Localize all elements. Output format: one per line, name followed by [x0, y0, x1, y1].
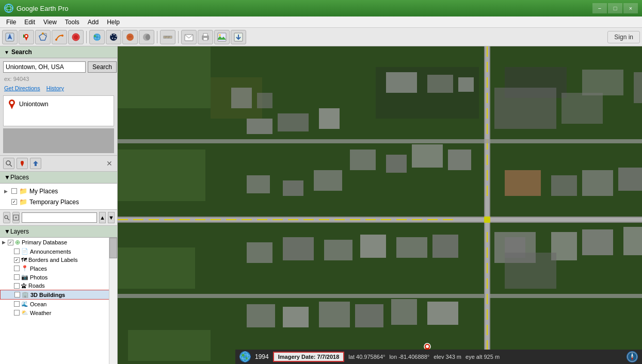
- maximize-button[interactable]: □: [608, 3, 622, 13]
- signin-button[interactable]: Sign in: [607, 31, 640, 43]
- menu-tools[interactable]: Tools: [61, 18, 84, 27]
- layers-section-header[interactable]: ▼ Layers: [0, 226, 117, 238]
- menubar: File Edit View Tools Add Help: [0, 16, 642, 28]
- photos-label: Photos: [30, 274, 47, 280]
- search-result-item[interactable]: Uniontown: [4, 96, 114, 112]
- weather-checkbox[interactable]: [14, 310, 20, 316]
- places-layer-checkbox[interactable]: [14, 266, 20, 271]
- print-button[interactable]: [198, 30, 213, 44]
- map-area[interactable]: Uniontown 96 m © 2018 Google Google Eart…: [118, 46, 642, 364]
- svg-rect-158: [283, 307, 309, 327]
- menu-view[interactable]: View: [39, 18, 61, 27]
- my-places-checkbox[interactable]: [11, 188, 17, 194]
- db-icon: ⊕: [15, 239, 20, 246]
- ruler-button[interactable]: [160, 30, 175, 44]
- svg-point-184: [240, 352, 250, 362]
- search-section-header[interactable]: ▼ Search: [0, 46, 117, 58]
- svg-rect-66: [128, 330, 211, 361]
- layer-photos[interactable]: 📷 Photos: [0, 273, 117, 282]
- status-lat: lat 40.975864°: [348, 354, 385, 360]
- compass-icon[interactable]: [627, 351, 638, 362]
- svg-rect-39: [203, 38, 207, 40]
- svg-point-49: [6, 161, 10, 165]
- imagery-date-badge: Imagery Date: 7/7/2018: [273, 352, 345, 362]
- places-down-button[interactable]: ▼: [108, 212, 115, 223]
- search-gray-area: [3, 128, 114, 153]
- search-button[interactable]: Search: [88, 61, 117, 73]
- layer-ocean[interactable]: 🌊 Ocean: [0, 300, 117, 308]
- svg-rect-138: [386, 155, 407, 173]
- import-button[interactable]: [231, 30, 246, 44]
- record-tour-button[interactable]: [68, 30, 84, 44]
- svg-point-23: [114, 34, 115, 35]
- show-mars-button[interactable]: [122, 30, 138, 44]
- photos-checkbox[interactable]: [14, 274, 20, 280]
- svg-rect-111: [487, 124, 488, 134]
- 3d-buildings-checkbox[interactable]: [14, 292, 20, 297]
- places-search-button[interactable]: [3, 212, 10, 223]
- menu-add[interactable]: Add: [84, 18, 103, 27]
- svg-point-28: [128, 36, 132, 38]
- search-directions-button[interactable]: [30, 158, 41, 169]
- svg-rect-108: [487, 77, 488, 88]
- places-up-button[interactable]: ▲: [99, 212, 106, 223]
- svg-point-17: [93, 34, 101, 41]
- svg-rect-153: [324, 240, 352, 260]
- svg-rect-107: [487, 62, 488, 72]
- layer-places[interactable]: 📍 Places: [0, 264, 117, 273]
- add-placemark-button[interactable]: [19, 30, 34, 44]
- svg-rect-159: [319, 302, 350, 327]
- svg-rect-137: [350, 150, 376, 170]
- search-placemark-button[interactable]: [17, 158, 28, 169]
- search-input[interactable]: [3, 61, 86, 73]
- temporary-places-checkbox[interactable]: ✓: [11, 199, 17, 205]
- roads-checkbox[interactable]: [14, 283, 20, 289]
- menu-edit[interactable]: Edit: [20, 18, 39, 27]
- svg-rect-164: [505, 253, 556, 289]
- minimize-button[interactable]: −: [592, 3, 607, 13]
- separator-1: [86, 31, 87, 43]
- svg-rect-71: [386, 72, 417, 93]
- layer-3d-buildings[interactable]: 🏢 3D Buildings: [0, 290, 117, 300]
- history-link[interactable]: History: [46, 85, 64, 91]
- close-button[interactable]: ×: [623, 3, 638, 13]
- search-zoom-button[interactable]: [3, 158, 14, 169]
- show-moon-button[interactable]: [139, 30, 154, 44]
- svg-rect-32: [164, 36, 172, 38]
- layer-roads[interactable]: 🛣 Roads: [0, 282, 117, 290]
- layers-scrollbar[interactable]: [109, 238, 117, 364]
- ocean-checkbox[interactable]: [14, 301, 20, 307]
- get-directions-link[interactable]: Get Directions: [4, 85, 40, 91]
- svg-rect-82: [118, 219, 128, 220]
- announcements-checkbox[interactable]: [14, 249, 20, 254]
- menu-file[interactable]: File: [2, 18, 20, 27]
- places-search-input[interactable]: [22, 212, 97, 223]
- svg-rect-101: [412, 219, 422, 220]
- layer-borders[interactable]: ✓ 🗺 Borders and Labels: [0, 256, 117, 264]
- search-hint: ex: 94043: [0, 75, 117, 83]
- add-path-button[interactable]: [52, 30, 67, 44]
- search-close-button[interactable]: ✕: [105, 159, 114, 168]
- menu-help[interactable]: Help: [103, 18, 124, 27]
- result-pin-icon: [8, 99, 16, 109]
- svg-rect-91: [257, 219, 267, 220]
- layer-weather[interactable]: ⛅ Weather: [0, 308, 117, 317]
- places-my-places[interactable]: ▶ 📁 My Places: [0, 186, 117, 196]
- save-image-button[interactable]: [214, 30, 230, 44]
- places-section-header[interactable]: ▼ Places: [0, 172, 117, 184]
- svg-marker-53: [33, 161, 38, 166]
- layer-announcements[interactable]: 📄 Announcements: [0, 247, 117, 256]
- show-sky-button[interactable]: [106, 30, 121, 44]
- places-temporary[interactable]: ▶ ✓ 📁 Temporary Places: [0, 196, 117, 207]
- db-checkbox[interactable]: ✓: [8, 240, 13, 245]
- svg-rect-87: [195, 219, 205, 220]
- places-zoom-button[interactable]: [12, 212, 20, 223]
- show-earth-button[interactable]: [89, 30, 105, 44]
- svg-point-42: [219, 34, 221, 36]
- borders-checkbox[interactable]: ✓: [14, 257, 20, 263]
- email-button[interactable]: [181, 30, 197, 44]
- add-polygon-button[interactable]: [35, 30, 51, 44]
- svg-rect-135: [283, 180, 303, 196]
- layer-primary-db[interactable]: ▶ ✓ ⊕ Primary Database: [0, 238, 117, 247]
- navigate-button[interactable]: [2, 30, 18, 44]
